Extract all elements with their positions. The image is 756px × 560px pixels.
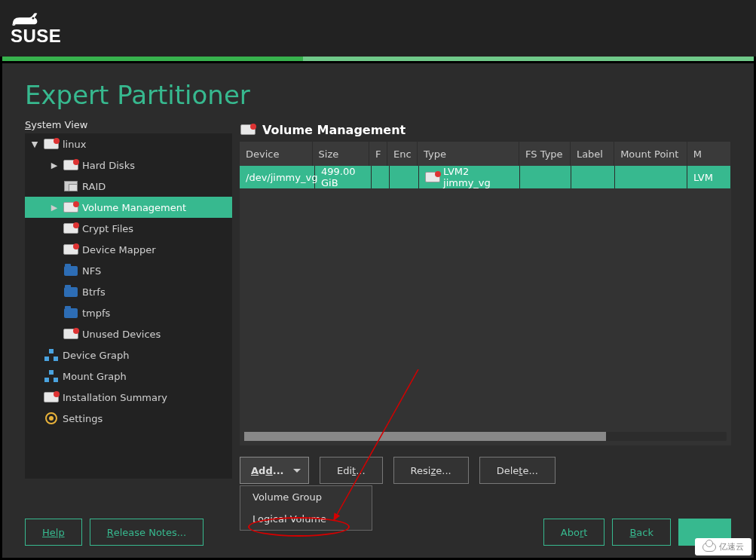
tree-item-mount-graph[interactable]: Mount Graph	[25, 366, 232, 387]
column-header-type[interactable]: Type	[418, 142, 519, 166]
tree-item-device-mapper[interactable]: Device Mapper	[25, 239, 232, 260]
page-title: Expert Partitioner	[2, 63, 754, 119]
column-header-size[interactable]: Size	[313, 142, 370, 166]
tree-item-raid[interactable]: RAID	[25, 176, 232, 197]
tree-item-btrfs[interactable]: Btrfs	[25, 281, 232, 302]
brand-text: SUSE	[11, 26, 61, 47]
tree-item-label: Hard Disks	[82, 160, 135, 171]
disk-icon	[43, 137, 60, 151]
disk-icon	[63, 200, 79, 214]
system-view-label: System View	[25, 119, 232, 133]
gear-icon	[43, 412, 60, 425]
disk-icon	[63, 327, 79, 341]
column-header-mount-point[interactable]: Mount Point	[614, 142, 687, 166]
svg-point-0	[32, 17, 35, 19]
footer: Help Release Notes... Abort Back	[25, 519, 731, 546]
resize-button[interactable]: Resize...	[393, 457, 469, 484]
horizontal-scrollbar[interactable]	[244, 432, 727, 441]
panel-title: Volume Management	[262, 123, 406, 137]
table-row[interactable]: /dev/jimmy_vg499.00 GiB LVM2 jimmy_vgLVM	[240, 166, 731, 188]
cell	[372, 166, 390, 188]
tree-item-label: Settings	[63, 413, 103, 424]
tree-item-label: Btrfs	[82, 286, 106, 298]
edit-button[interactable]: Edit...	[320, 457, 383, 484]
tree-item-linux[interactable]: ▼linux	[25, 133, 232, 155]
column-header-m[interactable]: M	[687, 142, 731, 166]
folder-icon	[63, 264, 79, 277]
main-region: Expert Partitioner System View ▼linux▶Ha…	[2, 63, 754, 558]
disk-icon	[63, 222, 79, 235]
vm-icon	[240, 123, 256, 136]
grid-body[interactable]: /dev/jimmy_vg499.00 GiB LVM2 jimmy_vgLVM	[240, 166, 731, 188]
column-header-enc[interactable]: Enc	[387, 142, 418, 166]
chameleon-icon	[11, 12, 39, 27]
cell: LVM2 jimmy_vg	[419, 166, 520, 188]
add-button[interactable]: Add...	[240, 457, 309, 484]
tree-item-hard-disks[interactable]: ▶Hard Disks	[25, 155, 232, 176]
sidebar: System View ▼linux▶Hard DisksRAID▶Volume…	[25, 119, 232, 484]
delete-button[interactable]: Delete...	[479, 457, 556, 484]
dropdown-item-volume-group[interactable]: Volume Group	[240, 486, 372, 508]
tree-item-label: linux	[63, 139, 86, 150]
action-row: Add... Edit... Resize... Delete... Volum…	[240, 457, 731, 484]
tree-item-crypt-files[interactable]: Crypt Files	[25, 218, 232, 239]
tree-item-label: Installation Summary	[63, 392, 167, 403]
tree-expander-icon[interactable]: ▶	[49, 161, 60, 170]
cell	[390, 166, 419, 188]
tree-item-label: tmpfs	[82, 308, 110, 319]
cell: LVM	[687, 166, 731, 188]
tree-item-settings[interactable]: Settings	[25, 408, 232, 429]
disk-icon	[63, 243, 79, 256]
tree-expander-icon[interactable]: ▼	[29, 139, 40, 149]
lvm-icon	[425, 170, 440, 184]
cell: 499.00 GiB	[315, 166, 372, 188]
tree-item-nfs[interactable]: NFS	[25, 260, 232, 281]
accent-strip	[2, 57, 754, 61]
watermark: 亿速云	[695, 538, 751, 555]
column-header-device[interactable]: Device	[240, 142, 313, 166]
suse-logo: SUSE	[11, 11, 86, 47]
cell	[520, 166, 571, 188]
tree-item-tmpfs[interactable]: tmpfs	[25, 302, 232, 323]
tree-item-unused-devices[interactable]: Unused Devices	[25, 323, 232, 344]
release-notes-button[interactable]: Release Notes...	[90, 519, 204, 546]
tree-item-volume-management[interactable]: ▶Volume Management	[25, 197, 232, 218]
tree-item-label: Mount Graph	[63, 371, 127, 382]
tree-item-device-graph[interactable]: Device Graph	[25, 344, 232, 366]
tree-item-installation-summary[interactable]: Installation Summary	[25, 387, 232, 408]
tree-item-label: Unused Devices	[82, 329, 161, 340]
tree-item-label: Crypt Files	[82, 223, 133, 234]
graph-icon	[43, 348, 60, 362]
grid-header[interactable]: DeviceSizeFEncTypeFS TypeLabelMount Poin…	[240, 142, 731, 166]
cell: /dev/jimmy_vg	[240, 166, 315, 188]
column-header-f[interactable]: F	[369, 142, 387, 166]
scrollbar-thumb[interactable]	[244, 432, 606, 441]
help-button[interactable]: Help	[25, 519, 82, 546]
column-header-fs-type[interactable]: FS Type	[519, 142, 571, 166]
cell	[571, 166, 615, 188]
tree-item-label: Device Mapper	[82, 244, 156, 256]
disk-icon	[43, 390, 60, 404]
tree-item-label: RAID	[82, 181, 106, 192]
tree-item-label: NFS	[82, 265, 101, 277]
column-header-label[interactable]: Label	[571, 142, 614, 166]
folder-icon	[63, 306, 79, 320]
cloud-icon	[702, 543, 716, 552]
right-panel: Volume Management DeviceSizeFEncTypeFS T…	[240, 119, 754, 484]
system-view-tree[interactable]: ▼linux▶Hard DisksRAID▶Volume ManagementC…	[25, 133, 232, 479]
volume-grid[interactable]: DeviceSizeFEncTypeFS TypeLabelMount Poin…	[240, 142, 731, 445]
cell	[615, 166, 687, 188]
chevron-down-icon	[293, 469, 301, 473]
tree-item-label: Device Graph	[63, 350, 129, 361]
raid-icon	[63, 179, 79, 193]
folder-icon	[63, 285, 79, 298]
back-button[interactable]: Back	[612, 519, 671, 546]
abort-button[interactable]: Abort	[543, 519, 605, 546]
graph-icon	[43, 369, 60, 383]
disk-icon	[63, 158, 79, 172]
tree-item-label: Volume Management	[82, 202, 186, 213]
tree-expander-icon[interactable]: ▶	[49, 203, 60, 213]
header-bar: SUSE	[0, 0, 756, 57]
panel-title-row: Volume Management	[240, 119, 731, 140]
